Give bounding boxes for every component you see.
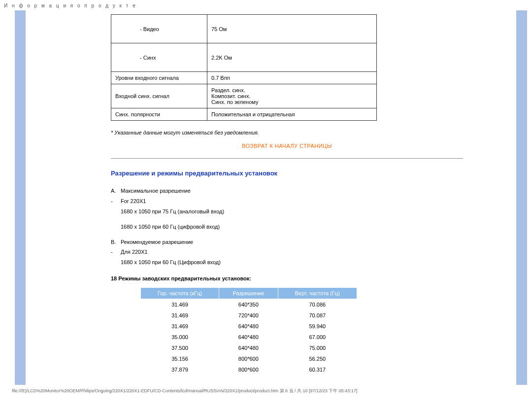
left-stripe: [15, 10, 26, 385]
spec-value: 0.7 Впп: [207, 72, 377, 84]
spec-value: Раздел. синх.Композит. синх.Синх. по зел…: [207, 84, 377, 108]
table-row: 31.469720*40070.087: [141, 310, 357, 321]
preset-cell: 800*600: [219, 364, 278, 375]
preset-cell: 35.156: [141, 353, 219, 364]
dash-a: -: [111, 196, 121, 206]
preset-cell: 70.087: [278, 310, 357, 321]
preset-cell: 35.000: [141, 332, 219, 342]
spacer: [111, 257, 121, 268]
content-area: - Видео75 Ом- Синх2.2K ОмУровни входного…: [111, 10, 463, 385]
spec-label: Синх. полярности: [111, 108, 207, 121]
a-line2: 1680 x 1050 при 60 Гц (цифровой вход): [121, 222, 220, 232]
max-resolution-label: Максимальное разрешение: [121, 186, 191, 196]
table-row: 31.469640*48059.940: [141, 321, 357, 332]
section-heading: Разрешение и режимы предварительных уста…: [111, 170, 463, 177]
preset-cell: 37.879: [141, 364, 219, 375]
table-row: 35.156800*60056.250: [141, 353, 357, 364]
a-line1: 1680 x 1050 при 75 Гц (аналоговый вход): [121, 206, 224, 217]
right-stripe: [516, 10, 527, 385]
spec-value: 75 Ом: [207, 15, 377, 43]
table-row: Входной синх. сигналРаздел. синх.Компози…: [111, 84, 377, 108]
preset-cell: 640*480: [219, 332, 278, 342]
resolution-block: A. Максимальное разрешение - For 220X1 1…: [111, 186, 463, 268]
label-b: B.: [111, 237, 121, 247]
spec-label: - Синх: [111, 43, 207, 72]
recommended-resolution-label: Рекомендуемое разрешение: [121, 237, 193, 247]
spacer: [111, 222, 121, 232]
spec-label: Входной синх. сигнал: [111, 84, 207, 108]
preset-cell: 640*480: [219, 342, 278, 353]
table-row: - Синх2.2K Ом: [111, 43, 377, 72]
table-row: 37.879800*60060.317: [141, 364, 357, 375]
preset-cell: 640*350: [219, 299, 278, 310]
for-220x1-b: Для 220X1: [121, 247, 148, 257]
table-row: Уровни входного сигнала0.7 Впп: [111, 72, 377, 84]
b-line1: 1680 x 1050 при 60 Гц (Цифровой вход): [121, 257, 221, 268]
preset-cell: 70.086: [278, 299, 357, 310]
for-220x1-a: For 220X1: [121, 196, 146, 206]
preset-cell: 75.000: [278, 342, 357, 353]
preset-cell: 67.000: [278, 332, 357, 342]
preset-cell: 37.500: [141, 342, 219, 353]
table-row: - Видео75 Ом: [111, 15, 377, 43]
table-row: 31.469640*35070.086: [141, 299, 357, 310]
preset-cell: 31.469: [141, 321, 219, 332]
main-layout: - Видео75 Ом- Синх2.2K ОмУровни входного…: [0, 10, 532, 385]
spec-value: 2.2K Ом: [207, 43, 377, 72]
presets-header-h: Гор. частота (кГц): [141, 288, 219, 299]
preset-cell: 800*600: [219, 353, 278, 364]
separator: [111, 158, 463, 159]
note-text: * Указанные данные могут изменяться без …: [111, 130, 463, 136]
footer-path: file:///E|/LCD%20Monitor%20OEM/Philips/O…: [0, 385, 532, 398]
presets-title: 18 Режимы заводских предварительных уста…: [111, 275, 463, 281]
preset-cell: 640*480: [219, 321, 278, 332]
preset-cell: 720*400: [219, 310, 278, 321]
return-to-top-link[interactable]: ВОЗВРАТ К НАЧАЛУ СТРАНИЦЫ: [242, 143, 332, 149]
table-row: 37.500640*48075.000: [141, 342, 357, 353]
table-row: 35.000640*48067.000: [141, 332, 357, 342]
spec-label: - Видео: [111, 15, 207, 43]
dash-b: -: [111, 247, 121, 257]
spec-value: Положительная и отрицательная: [207, 108, 377, 121]
preset-cell: 31.469: [141, 299, 219, 310]
preset-cell: 31.469: [141, 310, 219, 321]
presets-header-v: Верт. частота (Гц): [278, 288, 357, 299]
spec-label: Уровни входного сигнала: [111, 72, 207, 84]
table-row: Синх. полярностиПоложительная и отрицате…: [111, 108, 377, 121]
presets-header-res: Разрешение: [219, 288, 278, 299]
spec-table: - Видео75 Ом- Синх2.2K ОмУровни входного…: [111, 14, 377, 121]
spacer: [111, 206, 121, 217]
label-a: A.: [111, 186, 121, 196]
return-link-wrap: ВОЗВРАТ К НАЧАЛУ СТРАНИЦЫ: [111, 142, 463, 149]
preset-cell: 59.940: [278, 321, 357, 332]
page-header: И н ф о р м а ц и я о п р о д у к т е: [0, 0, 532, 10]
preset-cell: 56.250: [278, 353, 357, 364]
preset-cell: 60.317: [278, 364, 357, 375]
presets-table: Гор. частота (кГц) Разрешение Верт. част…: [140, 287, 357, 375]
